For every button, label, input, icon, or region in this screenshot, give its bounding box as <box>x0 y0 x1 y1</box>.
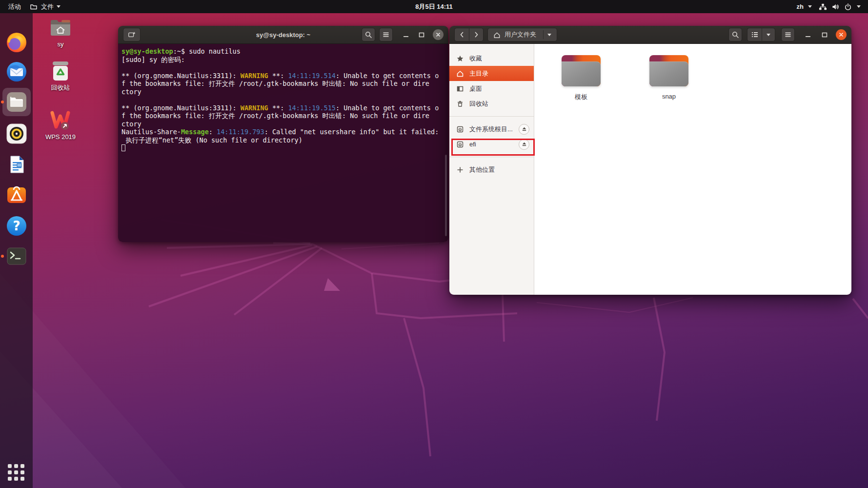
terminal-line: 执行子进程“net”失败 (No such file or directory) <box>121 136 447 144</box>
dock-item-ubuntu-software[interactable] <box>5 183 28 206</box>
sidebar-item-label: 主目录 <box>469 69 488 78</box>
desktop-icon-sy[interactable]: sy <box>35 18 86 48</box>
terminal-text-segment: : Called "net usershare info" but it fai… <box>264 128 443 136</box>
folder-icon <box>649 55 688 86</box>
files-close-button[interactable] <box>836 29 847 40</box>
sidebar-item-其他位置[interactable]: 其他位置 <box>449 162 534 177</box>
folder-icon <box>562 55 601 86</box>
files-sidebar: 收藏主目录桌面回收站文件系统根目...efi其他位置 <box>449 44 534 295</box>
terminal-text-segment: Message <box>181 128 209 136</box>
desktop-icon-回收站[interactable]: 回收站 <box>35 61 86 92</box>
terminal-text-segment: Nautilus-Share- <box>121 128 181 136</box>
dock-item-firefox[interactable] <box>5 31 28 54</box>
sidebar-item-label: 回收站 <box>469 100 488 108</box>
grid-dot <box>20 470 24 474</box>
folder-label: snap <box>632 93 706 100</box>
grid-dot <box>14 477 18 481</box>
disk-icon <box>456 125 464 133</box>
files-content-pane[interactable]: 模板snap <box>534 44 851 295</box>
svg-text:?: ? <box>13 219 20 233</box>
path-bar-button[interactable]: 用户文件夹 <box>487 28 557 41</box>
terminal-headerbar[interactable]: sy@sy-desktop: ~ <box>118 26 448 44</box>
terminal-text-segment: ** (org.gnome.Nautilus:3311): <box>121 72 241 80</box>
chevron-down-icon <box>57 5 61 8</box>
grid-dot <box>8 470 12 474</box>
sidebar-item-文件系统根目...[interactable]: 文件系统根目... <box>449 122 534 137</box>
terminal-close-button[interactable] <box>433 29 444 40</box>
files-app-icon <box>30 3 38 11</box>
terminal-content[interactable]: sy@sy-desktop:~$ sudo nautilus[sudo] sy … <box>118 44 448 242</box>
terminal-text-segment: f the bookmarks file: 打开文件 /root/.gtk-bo… <box>121 80 429 87</box>
firefox-icon <box>5 31 28 54</box>
dock-item-rhythmbox[interactable] <box>5 122 28 145</box>
view-options-button[interactable] <box>762 28 775 41</box>
folder-item-snap[interactable]: snap <box>632 55 706 100</box>
sidebar-item-回收站[interactable]: 回收站 <box>449 96 534 111</box>
terminal-text-segment: WARNING <box>241 104 268 112</box>
eject-button[interactable] <box>519 139 529 150</box>
sidebar-item-efi[interactable]: efi <box>449 137 534 152</box>
show-applications-button[interactable] <box>8 464 25 482</box>
terminal-minimize-button[interactable] <box>402 30 410 39</box>
list-view-button[interactable] <box>747 28 762 41</box>
terminal-scrollbar[interactable] <box>445 155 447 236</box>
sidebar-item-收藏[interactable]: 收藏 <box>449 51 534 66</box>
files-maximize-button[interactable] <box>820 30 829 39</box>
home-icon <box>456 70 464 78</box>
terminal-text-segment: WARNING <box>241 72 268 80</box>
dock-item-libreoffice-writer[interactable] <box>5 153 28 176</box>
terminal-text-segment: ** (org.gnome.Nautilus:3311): <box>121 104 241 112</box>
sidebar-item-label: 桌面 <box>469 84 482 93</box>
desktop-icon-label: sy <box>35 41 86 48</box>
trash-icon <box>49 61 72 82</box>
terminal-menu-button[interactable] <box>379 28 393 41</box>
terminal-line: Nautilus-Share-Message: 14:11:19.793: Ca… <box>121 128 447 136</box>
star-icon <box>456 55 464 62</box>
terminal-maximize-button[interactable] <box>417 30 426 39</box>
chevron-down-icon <box>808 5 812 8</box>
sidebar-item-label: 收藏 <box>469 54 482 63</box>
system-menu-button[interactable] <box>815 0 864 13</box>
app-menu-button[interactable]: 文件 <box>25 0 65 13</box>
terminal-search-button[interactable] <box>362 28 375 41</box>
desktop-icon-label: 回收站 <box>35 83 86 92</box>
sidebar-item-桌面[interactable]: 桌面 <box>449 81 534 96</box>
sidebar-item-主目录[interactable]: 主目录 <box>449 66 534 81</box>
terminal-line: ctory <box>121 88 447 96</box>
files-window: 用户文件夹 <box>449 26 851 295</box>
dock-item-help[interactable]: ? <box>5 215 28 237</box>
grid-dot <box>14 464 18 468</box>
keyboard-layout-button[interactable]: zh <box>793 0 815 13</box>
dock-item-files[interactable] <box>2 88 31 116</box>
files-headerbar[interactable]: 用户文件夹 <box>449 26 851 44</box>
files-minimize-button[interactable] <box>804 30 812 39</box>
power-icon <box>844 3 852 11</box>
terminal-line: ** (org.gnome.Nautilus:3311): WARNING **… <box>121 104 447 112</box>
terminal-line: sy@sy-desktop:~$ sudo nautilus <box>121 47 447 56</box>
app-menu-label: 文件 <box>41 2 54 11</box>
terminal-text-segment: :~$ sudo nautilus <box>173 47 241 55</box>
terminal-text-segment: sy@sy-desktop <box>121 47 173 55</box>
new-tab-button[interactable] <box>123 28 141 41</box>
clock-button[interactable]: 8月5日 14:11 <box>411 0 457 13</box>
back-button[interactable] <box>454 28 469 41</box>
keyboard-layout-label: zh <box>797 3 804 10</box>
terminal-line: ** (org.gnome.Nautilus:3311): WARNING **… <box>121 72 447 80</box>
forward-button[interactable] <box>469 28 484 41</box>
sidebar-separator <box>449 116 534 117</box>
terminal-text-segment: ctory <box>121 88 141 96</box>
eject-button[interactable] <box>519 124 529 135</box>
dock-item-thunderbird[interactable] <box>5 61 28 83</box>
trash-icon <box>456 100 464 108</box>
dock-item-terminal[interactable] <box>5 245 28 267</box>
files-menu-button[interactable] <box>781 28 795 41</box>
files-icon <box>5 91 28 113</box>
folder-item-模板[interactable]: 模板 <box>544 55 618 102</box>
sidebar-item-label: efi <box>469 141 476 148</box>
rhythmbox-icon <box>5 122 28 145</box>
activities-button[interactable]: 活动 <box>4 0 25 13</box>
desktop-icon-label: WPS 2019 <box>35 133 86 141</box>
wps-icon <box>49 110 72 132</box>
files-search-button[interactable] <box>728 28 742 41</box>
desktop-icon-WPS 2019[interactable]: WPS 2019 <box>35 110 86 141</box>
